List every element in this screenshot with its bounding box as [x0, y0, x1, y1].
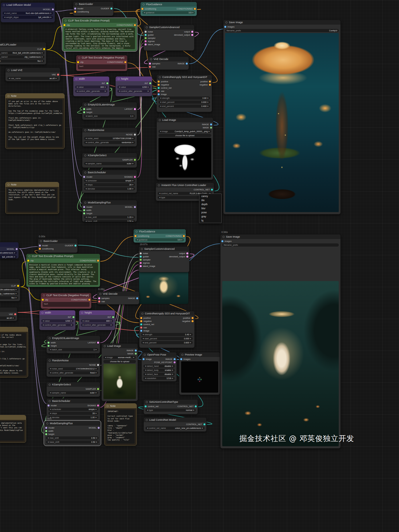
collapse-icon[interactable]: [104, 345, 106, 347]
node-header[interactable]: ControlNetApply SD3 and HunyuanDiT: [139, 311, 194, 316]
node-clip-text-encode-negative-1[interactable]: CLIP Text Encode (Negative Prompt)clipCO…: [76, 55, 127, 71]
collapse-icon[interactable]: [49, 337, 51, 339]
decrement-icon[interactable]: ◀: [43, 320, 44, 322]
widget-control-after-generate[interactable]: ◀control_after_generate▶: [41, 323, 74, 327]
collapse-icon[interactable]: [158, 184, 160, 186]
output-slot-model-icon[interactable]: [98, 427, 100, 429]
text-area[interactable]: The reference sampling implementation au…: [7, 188, 57, 212]
dropdown-option-canny[interactable]: canny: [199, 194, 221, 198]
decrement-icon[interactable]: ◀: [143, 338, 144, 339]
increment-icon[interactable]: ▶: [96, 441, 97, 443]
decrement-icon[interactable]: ◀: [160, 130, 161, 132]
input-slot-image-icon[interactable]: [140, 330, 142, 332]
output-slot-conditioning-icon[interactable]: [194, 8, 196, 10]
collapse-icon[interactable]: [49, 400, 51, 402]
widget-guidance[interactable]: ◀guidance3.5▶: [142, 11, 195, 14]
widget-sampler-name[interactable]: ◀sampler_nameeuler▶: [84, 162, 135, 165]
node-header[interactable]: ModelSamplingFlux: [82, 200, 137, 205]
node-header[interactable]: Note: [0, 327, 28, 332]
collapse-icon[interactable]: [49, 384, 51, 386]
node-clip-text-encode-positive-1[interactable]: CLIP Text Encode (Positive Prompt)clipCO…: [62, 18, 137, 51]
output-slot-int-icon[interactable]: [72, 316, 74, 318]
widget-value[interactable]: ◀value1200▶: [117, 85, 150, 89]
input-slot-vae-icon[interactable]: [98, 300, 100, 303]
increment-icon[interactable]: ▶: [96, 372, 97, 374]
node-width-primitive-1[interactable]: widthINT◀value800▶◀control_after_generat…: [73, 76, 110, 96]
widget-filename-prefix[interactable]: filename_prefix: [222, 243, 339, 247]
input-slot-samples-icon[interactable]: [98, 297, 100, 299]
output-slot-denoised-output-icon[interactable]: [186, 256, 188, 258]
node-note-reference-sampling-1[interactable]: NoteThe reference sampling implementatio…: [5, 182, 59, 214]
collapse-icon[interactable]: [146, 419, 148, 421]
node-sampler-custom-advanced-1[interactable]: SamplerCustomAdvancednoiseoutputguiderde…: [143, 25, 194, 51]
increment-icon[interactable]: ▶: [96, 412, 97, 414]
output-slot-output-icon[interactable]: [191, 31, 193, 33]
combo-dropdown-menu[interactable]: cannytiledepthblurposegraylq: [199, 194, 222, 223]
node-header[interactable]: BasicGuider: [38, 239, 77, 243]
increment-icon[interactable]: ▶: [132, 180, 134, 181]
increment-icon[interactable]: ▶: [42, 52, 43, 54]
node-header[interactable]: BasicGuider: [73, 2, 113, 6]
input-slot-samples-icon[interactable]: [149, 63, 151, 65]
decrement-icon[interactable]: ◀: [50, 392, 51, 393]
increment-icon[interactable]: ▶: [96, 416, 97, 418]
output-slot-latent-icon[interactable]: [134, 108, 136, 110]
input-slot-negative-icon[interactable]: [140, 320, 142, 322]
node-dual-clip-loader-2[interactable]: DualCLIPLoaderCLIP◀clip_name1t5xxl_fp8_e…: [0, 279, 20, 301]
input-slot-conditioning-icon[interactable]: [74, 11, 76, 13]
node-header[interactable]: CLIP Text Encode (Positive Prompt): [26, 254, 100, 258]
node-note-reference-sampling-2[interactable]: NoteThe reference sampling implementatio…: [0, 415, 26, 443]
increment-icon[interactable]: ▶: [71, 320, 72, 322]
widget-scheduler[interactable]: ◀schedulersimple▶: [84, 179, 135, 182]
collapse-icon[interactable]: [84, 129, 86, 131]
collapse-icon[interactable]: [159, 76, 161, 78]
widget-detect-body[interactable]: ◀detect_bodyenable▶: [143, 369, 175, 372]
node-header[interactable]: Note: [105, 404, 136, 408]
decrement-icon[interactable]: ◀: [137, 239, 138, 241]
collapse-icon[interactable]: [146, 401, 148, 403]
collapse-icon[interactable]: [8, 95, 10, 97]
collapse-icon[interactable]: [181, 354, 183, 356]
widget-batch-size[interactable]: ◀batch_size1▶: [84, 114, 135, 118]
collapse-icon[interactable]: [28, 255, 30, 257]
decrement-icon[interactable]: ◀: [85, 141, 87, 143]
node-flux-guidance-2[interactable]: FluxGuidanceconditioningCONDITIONING◀gui…: [133, 229, 186, 243]
increment-icon[interactable]: ▶: [172, 377, 173, 379]
input-slot-conditioning-icon[interactable]: [39, 248, 41, 250]
widget-noise-seed[interactable]: ◀noise_seed1078547336120386▶: [84, 137, 135, 140]
decrement-icon[interactable]: ◀: [147, 427, 148, 429]
decrement-icon[interactable]: ◀: [145, 369, 146, 371]
node-header[interactable]: KSamplerSelect: [47, 382, 100, 387]
decrement-icon[interactable]: ◀: [50, 368, 51, 369]
node-vae-decode-2[interactable]: 0.06sVAE DecodesamplesIMAGEvae: [97, 291, 139, 305]
decrement-icon[interactable]: ◀: [147, 409, 148, 411]
input-slot-vae-icon[interactable]: [149, 66, 151, 68]
text-area[interactable]: The reference sampling implementation au…: [0, 421, 24, 441]
collapse-icon[interactable]: [141, 313, 143, 315]
output-slot-sampler-icon[interactable]: [134, 159, 136, 161]
node-note-directories[interactable]: NoteIf you get an error in any of the no…: [5, 93, 65, 149]
increment-icon[interactable]: ▶: [209, 130, 210, 132]
decrement-icon[interactable]: ◀: [85, 163, 87, 164]
widget-type[interactable]: ◀typeflux▶: [0, 59, 44, 63]
input-slot-model-icon[interactable]: [45, 427, 47, 429]
output-slot-int-icon[interactable]: [149, 82, 151, 84]
decrement-icon[interactable]: ◀: [48, 437, 49, 439]
node-header[interactable]: RandomNoise: [47, 358, 100, 363]
decrement-icon[interactable]: ◀: [50, 372, 51, 374]
increment-icon[interactable]: ▶: [132, 137, 134, 139]
node-header[interactable]: Note: [6, 182, 59, 187]
increment-icon[interactable]: ▶: [16, 293, 17, 294]
widget-vae-name[interactable]: ◀vae_nameae.sft▶: [7, 77, 58, 80]
node-header[interactable]: SetUnionControlNetType: [144, 400, 198, 404]
input-slot-height-icon[interactable]: [45, 433, 47, 435]
decrement-icon[interactable]: ◀: [159, 196, 160, 198]
node-header[interactable]: Load ControlNet Model: [144, 418, 206, 422]
text-area[interactable]: Envision a mystical scene where a fungal…: [28, 263, 98, 285]
node-header[interactable]: width: [73, 76, 109, 81]
node-empty-sd3-latent-image-1[interactable]: EmptySD3LatentImagewidthLATENTheight◀bat…: [82, 102, 137, 120]
node-empty-sd3-latent-image-2[interactable]: EmptySD3LatentImagewidthLATENTheight◀bat…: [46, 336, 100, 354]
collapse-icon[interactable]: [65, 20, 67, 22]
output-slot-vae-icon[interactable]: [57, 74, 59, 76]
output-slot-clip-icon[interactable]: [43, 48, 45, 50]
